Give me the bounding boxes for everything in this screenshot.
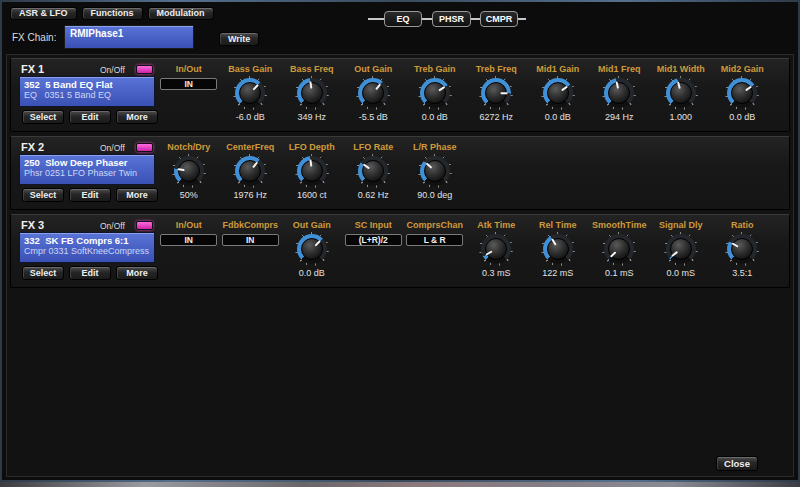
- knob-face: [670, 82, 692, 104]
- fx3-edit-button[interactable]: Edit: [69, 266, 111, 280]
- treb-freq-knob[interactable]: [479, 76, 513, 110]
- fx2-algorithm-name: Phsr 0251 LFO Phaser Twin: [24, 168, 150, 178]
- rel-time-knob[interactable]: [541, 232, 575, 266]
- param-lfo-rate: LFO Rate 0.62 Hz: [343, 137, 405, 209]
- chain-block-phsr[interactable]: PHSR: [432, 11, 471, 27]
- param-value: 50%: [158, 190, 220, 200]
- fx1-edit-button[interactable]: Edit: [69, 110, 111, 124]
- fx2-onoff-label: On/Off: [100, 143, 125, 153]
- ratio-knob[interactable]: [725, 232, 759, 266]
- param-notch-dry: Notch/Dry 50%: [158, 137, 220, 209]
- fx2-onoff-led[interactable]: [136, 143, 153, 152]
- lr-phase-knob[interactable]: [418, 154, 452, 188]
- param-value: 349 Hz: [281, 112, 343, 122]
- param-label: Out Gain: [281, 220, 343, 230]
- fx3-algorithm-name: Cmpr 0331 SoftKneeCompress: [24, 246, 150, 256]
- bass-freq-knob[interactable]: [295, 76, 329, 110]
- param-center-freq: CenterFreq 1976 Hz: [220, 137, 282, 209]
- fx-chain-diagram: EQ PHSR CMPR: [368, 11, 526, 28]
- param-label: Mid1 Freq: [589, 64, 651, 74]
- knob-face: [547, 238, 569, 260]
- sc-input-display[interactable]: (L+R)/2: [345, 234, 402, 246]
- param-value: 6272 Hz: [466, 112, 528, 122]
- notch-dry-knob[interactable]: [172, 154, 206, 188]
- lfo-rate-knob[interactable]: [356, 154, 390, 188]
- param-value: 0.62 Hz: [343, 190, 405, 200]
- out-gain-knob[interactable]: [356, 76, 390, 110]
- mid1-freq-knob[interactable]: [602, 76, 636, 110]
- param-out-gain: Out Gain -5.5 dB: [343, 59, 405, 131]
- fx3-onoff-label: On/Off: [100, 221, 125, 231]
- fx2-select-button[interactable]: Select: [22, 188, 64, 202]
- param-label: Treb Freq: [466, 64, 528, 74]
- param-label: LFO Rate: [343, 142, 405, 152]
- fx3-select-button[interactable]: Select: [22, 266, 64, 280]
- fx1-left-block: FX 1 On/Off 352 5 Band EQ Flat EQ 0351 5…: [11, 59, 158, 131]
- fx2-panel: FX 2 On/Off 250 Slow Deep Phaser Phsr 02…: [10, 136, 790, 210]
- param-value: 0.3 mS: [466, 268, 528, 278]
- param-label: Bass Freq: [281, 64, 343, 74]
- param-lr-phase: L/R Phase 90.0 deg: [404, 137, 466, 209]
- param-value: 1976 Hz: [220, 190, 282, 200]
- fx1-algorithm-name: EQ 0351 5 Band EQ: [24, 90, 150, 100]
- inout-display[interactable]: IN: [160, 78, 217, 90]
- param-treb-gain: Treb Gain 0.0 dB: [404, 59, 466, 131]
- fx3-name-box[interactable]: 332 SK FB Comprs 6:1 Cmpr 0331 SoftKneeC…: [19, 232, 155, 263]
- param-mid1-freq: Mid1 Freq 294 Hz: [589, 59, 651, 131]
- inout-display[interactable]: IN: [160, 234, 217, 246]
- tab-asr-lfo[interactable]: ASR & LFO: [10, 7, 77, 20]
- fx-slots-area: FX 1 On/Off 352 5 Band EQ Flat EQ 0351 5…: [6, 54, 794, 477]
- signal-dly-knob[interactable]: [664, 232, 698, 266]
- param-fdbk-comprs: FdbkComprs IN: [220, 215, 282, 287]
- knob-pointer: [309, 159, 312, 166]
- fx1-onoff-led[interactable]: [136, 65, 153, 74]
- mid1-width-knob[interactable]: [664, 76, 698, 110]
- param-value: 0.0 dB: [527, 112, 589, 122]
- out-gain-knob[interactable]: [295, 232, 329, 266]
- fx1-name-box[interactable]: 352 5 Band EQ Flat EQ 0351 5 Band EQ: [19, 76, 155, 107]
- tab-modulation[interactable]: Modulation: [148, 7, 214, 20]
- param-mid1-width: Mid1 Width 1.000: [650, 59, 712, 131]
- lfo-depth-knob[interactable]: [295, 154, 329, 188]
- param-value: 1600 ct: [281, 190, 343, 200]
- param-sc-input: SC Input (L+R)/2: [343, 215, 405, 287]
- param-label: ComprsChan: [404, 220, 466, 230]
- param-value: 122 mS: [527, 268, 589, 278]
- comprs-chan-display[interactable]: L & R: [406, 234, 463, 246]
- param-bass-freq: Bass Freq 349 Hz: [281, 59, 343, 131]
- fx3-onoff-led[interactable]: [136, 221, 153, 230]
- fx-chain-name-field[interactable]: RMIPhase1: [64, 25, 194, 49]
- fx3-button-row: Select Edit More: [22, 266, 158, 280]
- chain-block-cmpr[interactable]: CMPR: [480, 11, 518, 27]
- mid2-gain-knob[interactable]: [725, 76, 759, 110]
- mid1-gain-knob[interactable]: [541, 76, 575, 110]
- param-label: L/R Phase: [404, 142, 466, 152]
- fx2-name-box[interactable]: 250 Slow Deep Phaser Phsr 0251 LFO Phase…: [19, 154, 155, 185]
- param-value: 0.0 mS: [650, 268, 712, 278]
- fdbk-comprs-display[interactable]: IN: [222, 234, 279, 246]
- write-button[interactable]: Write: [219, 32, 259, 46]
- fx1-more-button[interactable]: More: [116, 110, 158, 124]
- treb-gain-knob[interactable]: [418, 76, 452, 110]
- fx3-more-button[interactable]: More: [116, 266, 158, 280]
- top-bar: ASR & LFO Functions Modulation FX Chain:…: [2, 2, 798, 52]
- bass-gain-knob[interactable]: [233, 76, 267, 110]
- chain-block-eq[interactable]: EQ: [384, 11, 422, 27]
- atk-time-knob[interactable]: [479, 232, 513, 266]
- fx1-select-button[interactable]: Select: [22, 110, 64, 124]
- smooth-time-knob[interactable]: [602, 232, 636, 266]
- fx3-panel: FX 3 On/Off 332 SK FB Comprs 6:1 Cmpr 03…: [10, 214, 790, 288]
- tab-functions[interactable]: Functions: [82, 7, 143, 20]
- fx3-left-block: FX 3 On/Off 332 SK FB Comprs 6:1 Cmpr 03…: [11, 215, 158, 287]
- param-value: 0.0 dB: [712, 112, 774, 122]
- fx2-more-button[interactable]: More: [116, 188, 158, 202]
- fx1-panel: FX 1 On/Off 352 5 Band EQ Flat EQ 0351 5…: [10, 58, 790, 132]
- param-label: LFO Depth: [281, 142, 343, 152]
- param-value: 294 Hz: [589, 112, 651, 122]
- close-button[interactable]: Close: [716, 456, 758, 471]
- knob-face: [424, 82, 446, 104]
- center-freq-knob[interactable]: [233, 154, 267, 188]
- knob-pointer: [501, 92, 508, 94]
- param-label: Mid1 Gain: [527, 64, 589, 74]
- fx2-edit-button[interactable]: Edit: [69, 188, 111, 202]
